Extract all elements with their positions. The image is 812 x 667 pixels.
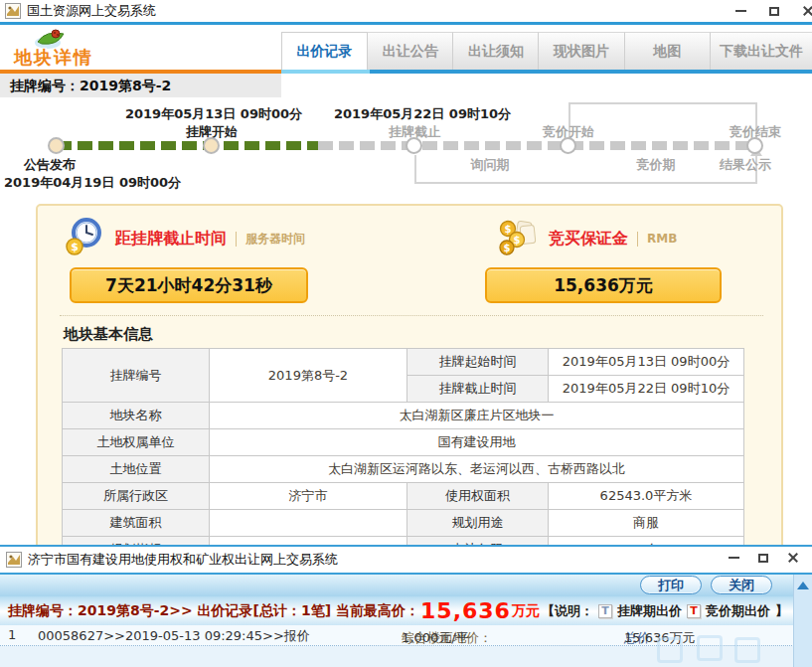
cell-parcel-name-label: 地块名称 bbox=[63, 403, 210, 429]
svg-text:$: $ bbox=[71, 241, 79, 253]
bottom-window-title: 济宁市国有建设用地使用权和矿业权出让网上交易系统 bbox=[28, 551, 338, 569]
milestone-listing-end-dot bbox=[406, 137, 422, 154]
svg-text:$: $ bbox=[504, 243, 511, 253]
record-index: 1 bbox=[8, 627, 16, 642]
bid-type-legend: 【说明： T 挂牌期出价 T 竞价期出价 】 bbox=[542, 596, 788, 625]
tab-transfer-instructions[interactable]: 出让须知 bbox=[452, 32, 538, 70]
cell-end-time-label: 挂牌截止时间 bbox=[407, 376, 549, 403]
cell-start-time-value: 2019年05月13日 09时00分 bbox=[549, 349, 744, 376]
server-time-label: 服务器时间 bbox=[245, 231, 305, 248]
svg-text:$: $ bbox=[505, 224, 512, 235]
milestone-announcement-dot bbox=[48, 137, 65, 154]
floor-price-value: 1,000元/平 bbox=[402, 629, 469, 647]
svg-text:$: $ bbox=[514, 235, 521, 246]
main-window-title: 国土资源网上交易系统 bbox=[27, 2, 156, 20]
cell-district-label: 所属行政区 bbox=[63, 483, 210, 510]
cell-plan-use-label: 规划用途 bbox=[407, 510, 549, 537]
legend-listing-period-label: 挂牌期出价 bbox=[617, 602, 682, 620]
main-window-controls bbox=[733, 0, 812, 22]
bottom-toolbar: 打印 关闭 bbox=[0, 575, 812, 596]
screen: 国土资源网上交易系统 地块详情 出价记录 出让公告 出让须知 现状图片 地图 下… bbox=[0, 0, 812, 667]
cell-building-area-value bbox=[210, 510, 407, 537]
watermark bbox=[734, 637, 760, 663]
tab-bar: 出价记录 出让公告 出让须知 现状图片 地图 下载出让文件 bbox=[281, 32, 812, 70]
cell-plan-use-value: 商服 bbox=[549, 510, 744, 537]
timeline-progress-done bbox=[57, 141, 318, 150]
milestone-announcement-date: 2019年04月19日 09时00分 bbox=[4, 174, 181, 192]
phase-inquiry-label: 询问期 bbox=[430, 156, 550, 174]
maximize-icon[interactable] bbox=[767, 4, 781, 18]
bid-summary-text: 挂牌编号：2019第8号-2>> 出价记录[总计：1笔] 当前最高价： bbox=[8, 602, 419, 620]
record-detail: 00058627>>2019-05-13 09:29:45>>报价 bbox=[38, 627, 310, 645]
bid-summary-bar: 挂牌编号：2019第8号-2>> 出价记录[总计：1笔] 当前最高价： 15,6… bbox=[0, 596, 812, 625]
bid-record-row: 1 00058627>>2019-05-13 09:29:45>>报价 综合楼面… bbox=[0, 625, 812, 646]
legend-suffix: 】 bbox=[775, 602, 788, 620]
cell-end-time-value: 2019年05月22日 09时10分 bbox=[549, 376, 744, 403]
tab-bid-records[interactable]: 出价记录 bbox=[281, 32, 367, 70]
highest-price-unit: 万元 bbox=[512, 602, 540, 620]
active-tab-underline bbox=[281, 70, 370, 74]
titlebar-divider bbox=[0, 22, 812, 25]
listing-number-bar: 挂牌编号：2019第8号-2 bbox=[0, 74, 281, 97]
milestone-listing-start-dot bbox=[203, 137, 220, 154]
label-divider bbox=[637, 232, 638, 247]
timeline-progress-todo bbox=[318, 141, 755, 150]
print-button[interactable]: 打印 bbox=[640, 576, 702, 594]
deposit-value: 15,636万元 bbox=[485, 267, 722, 303]
close-icon[interactable] bbox=[786, 551, 800, 565]
money-bag-icon: $ $ $ bbox=[497, 216, 539, 261]
cell-owner-value: 国有建设用地 bbox=[210, 429, 744, 456]
tab-transfer-notice[interactable]: 出让公告 bbox=[367, 32, 452, 70]
cell-building-area-label: 建筑面积 bbox=[63, 510, 210, 537]
app-icon bbox=[5, 3, 21, 19]
milestone-auction-start-dot bbox=[560, 137, 576, 154]
phase-results-label: 结果公示 bbox=[686, 156, 805, 174]
milestone-auction-end-dot bbox=[746, 137, 763, 154]
bottom-titlebar: 济宁市国有建设用地使用权和矿业权出让网上交易系统 bbox=[0, 547, 812, 573]
cell-start-time-label: 挂牌起始时间 bbox=[407, 349, 549, 376]
cell-listing-no-label: 挂牌编号 bbox=[63, 349, 210, 403]
clock-icon: $ bbox=[64, 216, 105, 261]
close-button[interactable]: 关闭 bbox=[711, 576, 772, 594]
cell-parcel-name-value: 太白湖新区廉庄片区地块一 bbox=[210, 403, 744, 429]
tab-download-documents[interactable]: 下载出让文件 bbox=[710, 32, 812, 70]
panel-divider bbox=[60, 315, 763, 316]
cell-location-value: 太白湖新区运河路以东、老运河以西、古桥西路以北 bbox=[210, 456, 744, 483]
minimize-icon[interactable] bbox=[733, 4, 747, 18]
maximize-icon[interactable] bbox=[756, 551, 770, 565]
deposit-label: 竞买保证金 bbox=[549, 229, 628, 250]
deposit-head: $ $ $ 竞买保证金 RMB bbox=[497, 216, 677, 261]
tab-current-photos[interactable]: 现状图片 bbox=[538, 32, 623, 70]
scrollbar[interactable] bbox=[793, 575, 812, 667]
basic-info-title: 地块基本信息 bbox=[64, 325, 153, 344]
countdown-value: 7天21小时42分31秒 bbox=[70, 267, 308, 303]
milestone-announcement-label: 公告发布 bbox=[24, 156, 76, 174]
minimize-icon[interactable] bbox=[727, 551, 740, 565]
legend-auction-period-label: 竞价期出价 bbox=[706, 602, 770, 620]
cell-listing-no-value: 2019第8号-2 bbox=[210, 349, 407, 403]
countdown-label: 距挂牌截止时间 bbox=[115, 229, 227, 250]
basic-info-table: 挂牌编号 2019第8号-2 挂牌起始时间 2019年05月13日 09时00分… bbox=[62, 348, 744, 564]
cell-location-label: 土地位置 bbox=[63, 456, 210, 483]
close-icon[interactable] bbox=[801, 4, 812, 18]
bottom-window-controls bbox=[727, 547, 804, 569]
page-logo: 地块详情 bbox=[10, 26, 278, 70]
cell-district-value: 济宁市 bbox=[210, 483, 407, 510]
cell-area-value: 62543.0平方米 bbox=[549, 483, 744, 510]
app-icon bbox=[6, 552, 22, 568]
highest-price-value: 15,636 bbox=[420, 598, 511, 623]
cell-area-label: 使用权面积 bbox=[407, 483, 549, 510]
scroll-up-icon[interactable] bbox=[797, 582, 809, 589]
legend-prefix: 【说明： bbox=[542, 602, 593, 620]
label-divider bbox=[236, 232, 237, 247]
records-area bbox=[0, 646, 812, 667]
process-timeline: 2019年05月13日 09时00分 挂牌开始 2019年05月22日 09时1… bbox=[0, 99, 812, 195]
main-titlebar: 国土资源网上交易系统 bbox=[0, 0, 812, 22]
currency-label: RMB bbox=[647, 232, 677, 246]
cell-owner-label: 土地权属单位 bbox=[63, 429, 210, 456]
auction-period-bid-icon: T bbox=[687, 604, 701, 618]
listing-period-bid-icon: T bbox=[598, 604, 612, 618]
tab-map[interactable]: 地图 bbox=[624, 32, 710, 70]
page-title: 地块详情 bbox=[14, 46, 93, 70]
bid-records-window: 济宁市国有建设用地使用权和矿业权出让网上交易系统 打印 关闭 挂牌编号：2019… bbox=[0, 545, 812, 667]
